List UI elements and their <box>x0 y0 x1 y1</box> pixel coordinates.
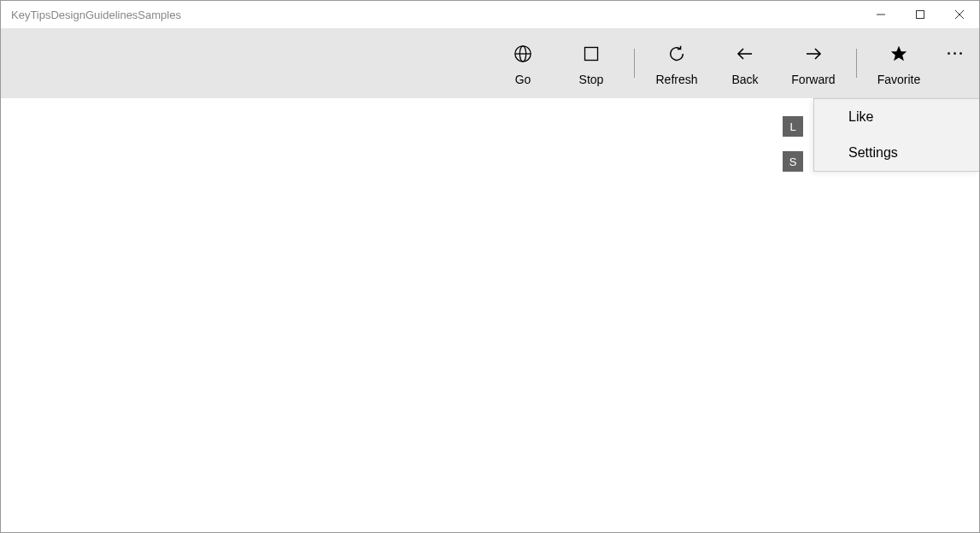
star-icon <box>889 40 908 67</box>
flyout-item-settings[interactable]: Settings <box>814 135 979 171</box>
separator <box>625 49 643 78</box>
minimize-button[interactable] <box>861 1 901 28</box>
flyout-settings-label: Settings <box>848 145 898 161</box>
refresh-label: Refresh <box>655 73 697 86</box>
overflow-flyout: Like Settings <box>813 98 979 172</box>
maximize-button[interactable] <box>901 1 940 28</box>
forward-label: Forward <box>791 73 835 86</box>
favorite-label: Favorite <box>877 73 921 86</box>
go-label: Go <box>515 73 531 86</box>
arrow-left-icon <box>735 40 755 67</box>
window-controls <box>861 1 979 28</box>
back-button[interactable]: Back <box>711 28 779 98</box>
svg-rect-7 <box>585 48 598 61</box>
go-button[interactable]: Go <box>489 28 557 98</box>
svg-rect-1 <box>917 11 924 19</box>
keytip-settings: S <box>783 151 803 172</box>
more-button[interactable] <box>933 28 976 98</box>
refresh-icon <box>667 40 686 67</box>
refresh-button[interactable]: Refresh <box>643 28 711 98</box>
forward-button[interactable]: Forward <box>779 28 848 98</box>
back-label: Back <box>731 73 758 86</box>
separator <box>848 49 865 78</box>
favorite-button[interactable]: Favorite <box>865 28 933 98</box>
flyout-item-like[interactable]: Like <box>814 99 979 135</box>
titlebar: KeyTipsDesignGuidelinesSamples <box>1 1 979 28</box>
arrow-right-icon <box>803 40 824 67</box>
command-bar: Go Stop Refresh Back <box>1 28 979 98</box>
globe-icon <box>513 40 532 67</box>
ellipsis-icon <box>946 52 964 55</box>
stop-icon <box>583 40 600 67</box>
window-title: KeyTipsDesignGuidelinesSamples <box>11 9 181 21</box>
stop-label: Stop <box>579 73 604 86</box>
svg-marker-10 <box>891 46 907 61</box>
close-button[interactable] <box>940 1 979 28</box>
keytip-like: L <box>783 116 803 137</box>
stop-button[interactable]: Stop <box>557 28 625 98</box>
flyout-like-label: Like <box>848 109 873 125</box>
